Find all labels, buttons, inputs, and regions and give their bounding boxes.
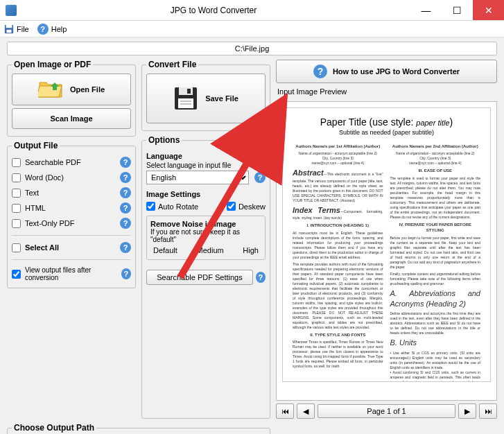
doc-subtitle: Subtitle as needed (paper subtitle) [293,129,480,136]
menu-help[interactable]: ? Help [37,24,67,35]
help-icon: ? [37,24,49,35]
options-legend: Options [146,135,182,145]
output-format-checkbox[interactable] [12,219,21,228]
file-path-display: C:\File.jpg [7,42,497,55]
minimize-button[interactable]: — [410,0,442,20]
image-settings-label: Image Settings [146,190,266,198]
output-file-legend: Output File [12,141,60,150]
output-file-group: Output File Searchable PDF?Word (Doc)?Te… [7,141,136,288]
svg-rect-5 [187,89,191,94]
auto-rotate-checkbox[interactable] [146,202,155,211]
language-label: Language [146,152,266,160]
open-image-group: Open Image or PDF Open File Scan Image [7,60,136,137]
pager: ⏮ ◀ Page 1 of 1 ▶ ⏭ [276,403,497,419]
howto-label: How to use JPG to Word Converter [333,67,460,76]
menu-file[interactable]: File [4,24,29,34]
folder-icon [38,80,63,99]
output-format-checkbox[interactable] [12,204,21,213]
app-icon [6,5,17,16]
output-format-label: HTML [25,204,46,212]
close-button[interactable]: ✕ [473,0,504,20]
output-format-label: Text [25,189,39,197]
svg-rect-2 [7,29,12,32]
language-select[interactable]: English [146,171,249,184]
howto-button[interactable]: ? How to use JPG to Word Converter [276,60,497,83]
output-format-checkbox[interactable] [12,173,21,182]
scan-image-button[interactable]: Scan Image [12,108,131,129]
preview-area: Paper Title (use style: paper title) Sub… [276,101,497,401]
svg-rect-6 [178,98,193,108]
output-format-label: Searchable PDF [25,158,81,166]
menubar: File ? Help [0,21,504,37]
floppy-icon [173,86,198,111]
maximize-button[interactable]: ☐ [442,0,473,20]
pdf-settings-label: Searchable PDF Settings [157,273,243,281]
output-format-checkbox[interactable] [12,158,21,167]
output-format-checkbox[interactable] [12,189,21,198]
scan-image-label: Scan Image [50,114,92,123]
save-file-label: Save File [205,94,238,103]
first-page-button[interactable]: ⏮ [276,403,294,419]
page-indicator: Page 1 of 1 [318,404,455,418]
open-image-legend: Open Image or PDF [12,60,93,69]
document-preview: Paper Title (use style: paper title) Sub… [282,107,491,382]
menu-help-label: Help [51,25,67,33]
disk-icon [4,24,14,34]
open-file-label: Open File [70,85,105,94]
help-icon[interactable]: ? [120,157,131,168]
help-icon[interactable]: ? [120,218,131,229]
noise-desc: If you are not sure, keep it as "default… [150,228,261,243]
auto-rotate-label: Auto Rotate [158,202,198,211]
output-format-label: Word (Doc) [25,173,64,182]
help-icon[interactable]: ? [120,242,131,253]
prev-page-button[interactable]: ◀ [297,403,315,419]
preview-label: Input Image Preview [277,87,497,96]
next-page-button[interactable]: ▶ [458,403,476,419]
noise-label: Remove Noise in Image [150,220,261,228]
svg-rect-1 [6,24,12,27]
pdf-settings-button[interactable]: Searchable PDF Settings [146,270,253,285]
help-icon[interactable]: ? [121,268,131,279]
menu-file-label: File [17,25,29,33]
help-icon[interactable]: ? [120,202,131,214]
doc-title: Paper Title (use style: paper title) [293,116,480,128]
help-icon[interactable]: ? [254,172,266,183]
last-page-button[interactable]: ⏭ [479,403,497,419]
output-format-label: Text-Only PDF [25,219,75,227]
convert-file-group: Convert File Save File [141,60,270,131]
titlebar: JPG to Word Converter — ☐ ✕ [0,0,504,21]
view-output-checkbox[interactable] [12,270,21,279]
window-controls: — ☐ ✕ [410,0,504,20]
convert-file-legend: Convert File [146,60,198,69]
help-icon[interactable]: ? [256,272,266,283]
deskew-label: Deskew [238,202,266,211]
choose-output-path-group: Choose Output Path Set same folder for o… [7,423,270,434]
noise-group: Remove Noise in Image If you are not sur… [146,216,266,260]
help-icon[interactable]: ? [120,187,131,198]
open-file-button[interactable]: Open File [12,73,131,105]
view-output-label: View output files after conversion [25,266,117,281]
window-title: JPG to Word Converter [17,6,410,15]
noise-option[interactable]: High [243,246,259,254]
select-all-label: Select All [25,243,59,252]
help-icon: ? [313,64,327,78]
deskew-checkbox[interactable] [227,202,236,211]
help-icon[interactable]: ? [120,172,131,183]
save-file-button[interactable]: Save File [146,73,266,123]
choose-output-legend: Choose Output Path [12,423,96,433]
noise-option[interactable]: Default [153,246,177,254]
select-all-checkbox[interactable] [12,243,21,252]
options-group: Options Language Select language in inpu… [141,135,270,419]
noise-option[interactable]: Medium [197,246,224,254]
language-desc: Select language in input file [146,162,266,169]
